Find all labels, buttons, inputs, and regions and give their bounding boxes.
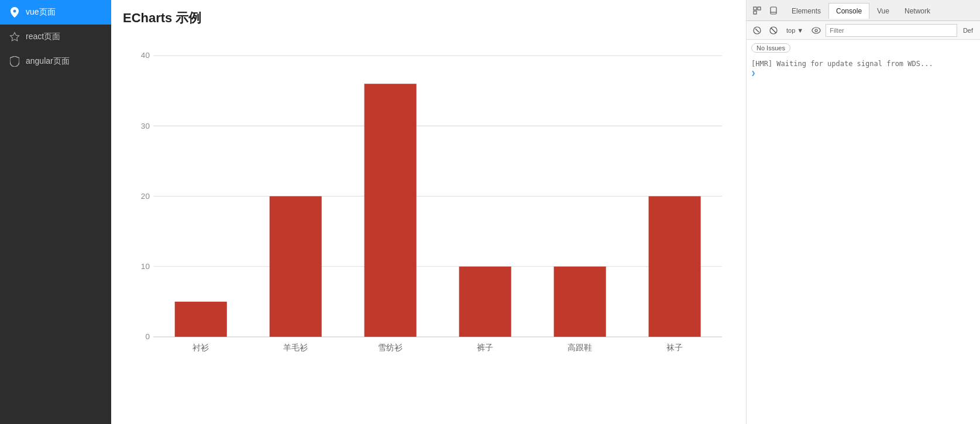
device-icon[interactable]: [766, 4, 780, 18]
svg-rect-24: [758, 7, 761, 10]
tab-elements[interactable]: Elements: [784, 3, 828, 19]
sidebar-item-angular-label: angular页面: [26, 56, 70, 67]
svg-text:裤子: 裤子: [477, 343, 493, 352]
svg-text:20: 20: [141, 192, 150, 201]
bar-chart: 010203040衬衫羊毛衫雪纺衫裤子高跟鞋袜子: [123, 39, 734, 366]
svg-rect-11: [175, 302, 227, 337]
tab-console[interactable]: Console: [828, 3, 869, 19]
svg-text:袜子: 袜子: [666, 343, 683, 352]
filter-input[interactable]: [826, 24, 957, 37]
svg-rect-19: [554, 267, 606, 337]
console-prompt[interactable]: ❯: [751, 69, 975, 77]
console-output: [HMR] Waiting for update signal from WDS…: [747, 56, 980, 80]
svg-line-29: [755, 29, 759, 32]
svg-text:雪纺衫: 雪纺衫: [378, 343, 403, 352]
sidebar: vue页面 react页面 angular页面: [0, 0, 111, 424]
svg-point-33: [815, 29, 817, 32]
chart-svg: 010203040衬衫羊毛衫雪纺衫裤子高跟鞋袜子: [123, 39, 734, 366]
svg-text:10: 10: [141, 262, 150, 271]
def-button[interactable]: Def: [960, 26, 976, 35]
sidebar-item-angular[interactable]: angular页面: [0, 49, 111, 74]
tab-vue[interactable]: Vue: [869, 3, 897, 19]
star-icon: [9, 32, 20, 42]
sidebar-item-react-label: react页面: [26, 32, 60, 42]
console-message-0: [HMR] Waiting for update signal from WDS…: [751, 58, 975, 69]
main-content: ECharts 示例 010203040衬衫羊毛衫雪纺衫裤子高跟鞋袜子: [111, 0, 746, 424]
page-title: ECharts 示例: [123, 9, 734, 27]
block-icon[interactable]: [766, 23, 780, 37]
clear-console-icon[interactable]: [750, 23, 764, 37]
no-issues-row: No Issues: [747, 40, 980, 56]
tab-network[interactable]: Network: [897, 3, 938, 19]
svg-text:40: 40: [141, 51, 150, 60]
chart-area: 010203040衬衫羊毛衫雪纺衫裤子高跟鞋袜子: [123, 33, 734, 415]
svg-text:羊毛衫: 羊毛衫: [283, 343, 308, 352]
svg-rect-13: [270, 197, 322, 337]
devtools-icon-group: [747, 4, 784, 18]
svg-rect-26: [771, 7, 776, 14]
svg-rect-15: [365, 84, 417, 337]
sidebar-item-vue-label: vue页面: [26, 7, 56, 18]
svg-line-31: [771, 27, 776, 33]
eye-icon[interactable]: [809, 23, 823, 37]
shield-icon: [9, 56, 20, 67]
svg-text:衬衫: 衬衫: [192, 343, 209, 352]
svg-text:30: 30: [141, 122, 150, 130]
svg-rect-17: [459, 267, 511, 337]
svg-text:0: 0: [145, 332, 150, 341]
svg-point-32: [812, 27, 820, 33]
inspect-icon[interactable]: [750, 4, 764, 18]
sidebar-item-vue[interactable]: vue页面: [0, 0, 111, 25]
top-selector[interactable]: top ▼: [783, 26, 807, 35]
devtools-panel: Elements Console Vue Network top ▼ Def N…: [746, 0, 980, 424]
svg-rect-23: [754, 7, 757, 10]
svg-rect-21: [649, 197, 701, 337]
sidebar-item-react[interactable]: react页面: [0, 25, 111, 49]
devtools-toolbar: top ▼ Def: [747, 21, 980, 40]
svg-text:高跟鞋: 高跟鞋: [568, 343, 592, 352]
location-pin-icon: [9, 7, 20, 18]
svg-rect-25: [754, 11, 757, 14]
no-issues-badge[interactable]: No Issues: [751, 43, 790, 53]
